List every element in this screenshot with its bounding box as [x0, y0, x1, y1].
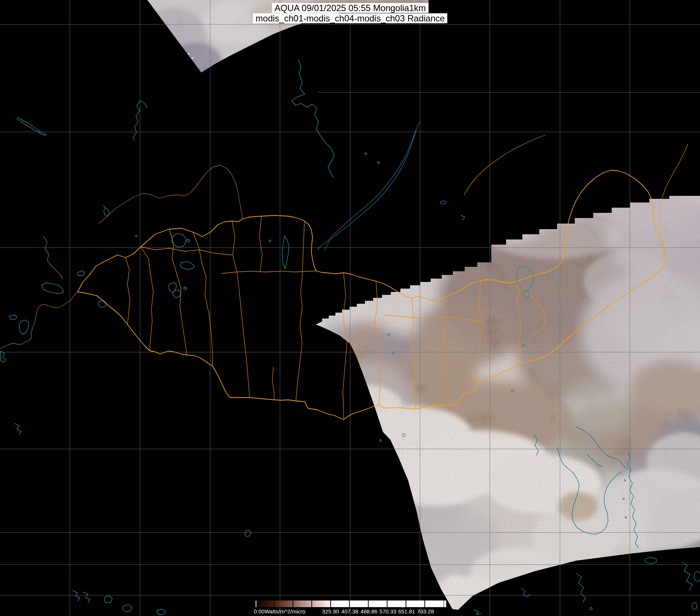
- small-lake-ne-baikal: [440, 201, 446, 204]
- colorbar-value: 570.33: [379, 608, 396, 615]
- colorbar-unit-label: 0.00Watts/m^2/micro: [254, 608, 305, 615]
- colorbar-tick: [368, 600, 369, 607]
- colorbar-tick: [424, 600, 425, 607]
- lake-upper-left: [17, 118, 47, 135]
- island-oval: [645, 558, 657, 564]
- satellite-swath-main: [307, 185, 700, 616]
- colorbar-tick: [387, 600, 387, 607]
- small-lake-dot: [136, 235, 137, 236]
- colorbar-value: 651.81: [398, 608, 415, 615]
- small-lakes-west: [1, 205, 109, 435]
- colorbar-tick: [406, 600, 406, 607]
- colorbar-tick: [349, 600, 350, 607]
- colorbar-value: 407.38: [341, 608, 358, 615]
- colorbar-tick: [330, 600, 331, 607]
- lake-zaysan-area: [42, 236, 64, 294]
- small-lake-left-mid: [245, 530, 251, 537]
- small-lake-dot: [378, 162, 380, 164]
- product-title: AQUA 09/01/2025 05:55 Mongolia1km: [272, 3, 428, 13]
- lake-khyargas: [180, 262, 194, 269]
- small-lake-ne-baikal: [461, 215, 465, 220]
- small-lake-dot: [269, 240, 271, 242]
- colorbar: [256, 600, 446, 607]
- lake-baikal-outline: [318, 122, 420, 251]
- russia-altai-tuva-border: [99, 165, 243, 224]
- angara-river: [292, 60, 334, 177]
- lake-khar-us: [168, 282, 187, 298]
- colorbar-tick: [274, 600, 274, 607]
- small-lake-dot: [365, 153, 367, 155]
- lake-uvs: [172, 234, 190, 247]
- colorbar-tick: [311, 600, 312, 607]
- colorbar-end-cap: [444, 600, 446, 607]
- colorbar-value: 733.28: [417, 608, 434, 615]
- colorbar-value: 488.86: [361, 608, 378, 615]
- kazakh-china-border: [0, 292, 78, 349]
- map-canvas[interactable]: [0, 0, 700, 616]
- colorbar-labels: 0.00Watts/m^2/micro 325.90 407.38 488.86…: [0, 608, 700, 615]
- island-oval: [694, 572, 700, 581]
- small-lake-dot: [380, 440, 382, 442]
- colorbar-value: 325.90: [322, 608, 339, 615]
- coastline-bottom-right: [576, 562, 692, 602]
- swath-grain-dark: [310, 185, 700, 616]
- map-viewport[interactable]: AQUA 09/01/2025 05:55 Mongolia1km modis_…: [0, 0, 700, 616]
- colorbar-tick: [293, 600, 293, 607]
- product-subtitle: modis_ch01-modis_ch04-modis_ch03 Radianc…: [253, 13, 447, 23]
- russia-zabaykalsk-border: [464, 135, 545, 195]
- lake-khovsgol: [282, 236, 289, 269]
